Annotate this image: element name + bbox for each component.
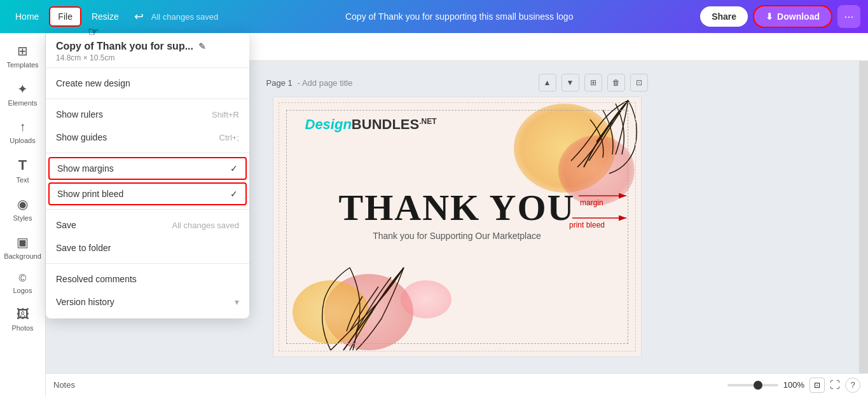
document-title: Copy of Thank you for supporting this sm… (221, 11, 698, 22)
background-icon: ▣ (17, 235, 29, 250)
file-dropdown-menu: Copy of Thank you for sup... ✎ 14.8cm × … (46, 33, 249, 318)
design-thank-you-heading: THANK YOU (339, 186, 575, 229)
chevron-down-icon: ▾ (235, 297, 239, 307)
design-logo: DesignBUNDLES.NET (305, 116, 437, 133)
zoom-fit-button[interactable]: ⊡ (809, 378, 825, 393)
text-icon: T (18, 157, 27, 174)
download-icon: ⬇ (766, 11, 773, 22)
logo-net-text: .NET (419, 117, 436, 126)
scrollbar-right[interactable] (859, 61, 868, 373)
menu-item-save[interactable]: Save All changes saved (46, 214, 249, 236)
sidebar-item-label: Styles (13, 214, 32, 222)
zoom-slider-track[interactable] (727, 384, 778, 386)
sidebar-item-label: Text (16, 176, 29, 184)
templates-icon: ⊞ (17, 43, 28, 58)
sidebar-item-styles[interactable]: ◉ Styles (3, 191, 43, 227)
page-down-button[interactable]: ▼ (561, 74, 579, 92)
file-button[interactable]: File (49, 6, 81, 27)
help-button[interactable]: ? (845, 378, 860, 393)
styles-icon: ◉ (17, 196, 28, 212)
zoom-slider-area: 100% ⊡ ⛶ ? (727, 378, 860, 393)
design-canvas[interactable]: DesignBUNDLES.NET THANK YOU Thank you fo… (273, 97, 642, 357)
menu-item-resolved-comments[interactable]: Resolved comments (46, 268, 249, 290)
sidebar-item-label: Templates (6, 61, 38, 69)
menu-item-show-margins[interactable]: Show margins ✓ (48, 157, 247, 180)
file-menu-subtitle: 14.8cm × 10.5cm (56, 53, 239, 62)
sidebar-item-elements[interactable]: ✦ Elements (3, 76, 43, 112)
edit-title-icon[interactable]: ✎ (198, 41, 206, 51)
sidebar-item-uploads[interactable]: ↑ Uploads (3, 114, 43, 149)
page-label: Page 1 (266, 78, 293, 88)
menu-item-show-guides[interactable]: Show guides Ctrl+; (46, 126, 249, 149)
sidebar-item-label: Elements (8, 99, 38, 107)
page-expand-button[interactable]: ⊞ (584, 74, 602, 92)
menu-divider-4 (46, 263, 249, 264)
logo-bundles-text: BUNDLES (352, 116, 419, 132)
sidebar-item-label: Logos (13, 287, 32, 294)
sidebar-item-templates[interactable]: ⊞ Templates (3, 38, 43, 74)
download-button[interactable]: ⬇ Download (753, 5, 832, 28)
print-bleed-arrow-annotation: print bleed (566, 208, 642, 240)
left-sidebar: ⊞ Templates ✦ Elements ↑ Uploads T Text … (0, 33, 46, 396)
menu-item-create-new[interactable]: Create new design (46, 72, 249, 95)
main-layout: ⊞ Templates ✦ Elements ↑ Uploads T Text … (0, 33, 868, 396)
sidebar-item-logos[interactable]: © Logos (3, 268, 43, 299)
notes-label: Notes (53, 380, 75, 390)
photos-icon: 🖼 (17, 307, 29, 322)
sidebar-item-text[interactable]: T Text (3, 152, 43, 189)
page-up-button[interactable]: ▲ (539, 74, 556, 92)
logo-design-text: Design (305, 116, 352, 132)
menu-item-save-to-folder[interactable]: Save to folder (46, 236, 249, 259)
add-title-label[interactable]: - Add page title (298, 78, 353, 88)
logos-icon: © (19, 273, 27, 284)
sidebar-item-background[interactable]: ▣ Background (3, 229, 43, 265)
leaf-decoration-top-right (539, 97, 641, 180)
fullscreen-button[interactable]: ⛶ (830, 379, 840, 391)
undo-button[interactable]: ↩ (129, 7, 149, 26)
share-button[interactable]: Share (700, 6, 748, 27)
bottom-bar: Notes 100% ⊡ ⛶ ? (46, 373, 868, 396)
menu-item-show-rulers[interactable]: Show rulers Shift+R (46, 103, 249, 126)
page-more-button[interactable]: ⊡ (630, 74, 648, 92)
more-options-button[interactable]: ··· (837, 5, 860, 28)
zoom-slider-thumb[interactable] (754, 381, 762, 390)
home-button[interactable]: Home (8, 8, 46, 25)
page-controls: ▲ ▼ ⊞ 🗑 ⊡ (539, 74, 648, 92)
menu-divider-3 (46, 209, 249, 210)
uploads-icon: ↑ (20, 119, 26, 134)
file-menu-header: Copy of Thank you for sup... ✎ 14.8cm × … (46, 41, 249, 68)
menu-item-version-history[interactable]: Version history ▾ (46, 290, 249, 313)
sidebar-item-label: Photos (11, 324, 33, 332)
leaf-decoration-bottom-left (312, 255, 413, 357)
sidebar-item-label: Uploads (10, 137, 35, 144)
menu-divider (46, 99, 249, 99)
menu-item-show-print-bleed[interactable]: Show print bleed ✓ (48, 182, 247, 205)
zoom-percentage: 100% (783, 380, 804, 390)
nav-right-actions: Share ⬇ Download ··· (700, 5, 860, 28)
sidebar-item-photos[interactable]: 🖼 Photos (3, 302, 43, 337)
top-navigation: Home File Resize ↩ All changes saved Cop… (0, 0, 868, 33)
page-delete-button[interactable]: 🗑 (607, 74, 625, 92)
menu-divider-2 (46, 153, 249, 153)
resize-button[interactable]: Resize (84, 8, 127, 25)
save-status: All changes saved (151, 12, 219, 22)
design-subtitle: Thank you for Supporting Our Marketplace (373, 231, 541, 241)
sidebar-item-label: Background (4, 252, 41, 260)
page-header: Page 1 - Add page title ▲ ▼ ⊞ 🗑 ⊡ (266, 74, 648, 92)
elements-icon: ✦ (17, 81, 28, 97)
file-menu-title: Copy of Thank you for sup... ✎ (56, 41, 239, 52)
